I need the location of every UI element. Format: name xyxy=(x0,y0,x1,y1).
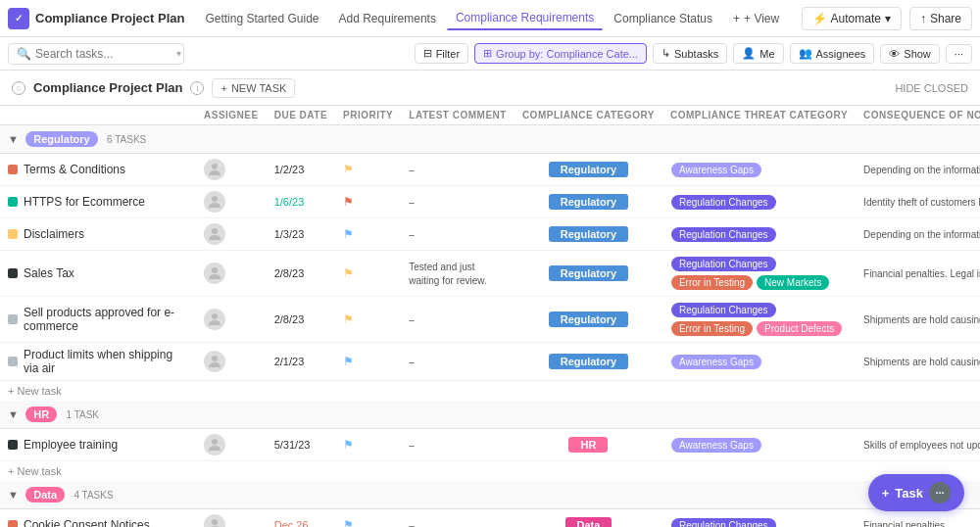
task-due-date[interactable]: 1/2/23 xyxy=(274,164,305,175)
col-header-assignee[interactable]: ASSIGNEE xyxy=(196,106,267,125)
task-status-dot[interactable] xyxy=(8,229,18,239)
assignee-avatar[interactable] xyxy=(204,159,225,180)
search-input[interactable] xyxy=(35,47,172,61)
task-priority-cell xyxy=(335,154,401,186)
task-status-dot[interactable] xyxy=(8,357,18,366)
task-name-text[interactable]: Terms & Conditions xyxy=(24,163,125,176)
col-header-comment[interactable]: LATEST COMMENT xyxy=(401,106,514,125)
table-row[interactable]: Terms & Conditions 1/2/23 – xyxy=(0,154,980,186)
group-chevron-icon[interactable]: ▼ xyxy=(8,408,19,420)
group-label: Group by: Compliance Cate... xyxy=(496,48,638,60)
task-name-text[interactable]: HTTPS for Ecommerce xyxy=(24,195,145,209)
task-duedate-cell: 2/1/23 xyxy=(267,343,335,381)
task-due-date[interactable]: 1/6/23 xyxy=(274,196,305,208)
col-header-compliance[interactable]: COMPLIANCE CATEGORY xyxy=(514,106,662,125)
svg-point-7 xyxy=(212,519,218,525)
table-row[interactable]: Sell products approved for e-commerce 2/… xyxy=(0,297,980,343)
col-header-priority[interactable]: PRIORITY xyxy=(335,106,401,125)
assignee-avatar[interactable] xyxy=(204,263,225,284)
add-view-btn[interactable]: + + View xyxy=(725,8,787,29)
assignee-avatar[interactable] xyxy=(204,514,225,527)
task-due-date[interactable]: 5/31/23 xyxy=(274,439,311,451)
task-name-text[interactable]: Cookie Consent Notices xyxy=(24,518,150,527)
task-name-text[interactable]: Sell products approved for e-commerce xyxy=(24,306,188,333)
priority-flag-yellow xyxy=(343,266,355,280)
project-help-icon[interactable]: i xyxy=(190,81,204,95)
add-task-row-hr[interactable]: + New task xyxy=(0,461,980,482)
me-button[interactable]: 👤 Me xyxy=(733,43,783,64)
more-options-button[interactable]: ··· xyxy=(946,44,972,64)
task-status-dot[interactable] xyxy=(8,197,18,207)
group-chevron-icon[interactable]: ▼ xyxy=(8,489,19,501)
nav-tab-compliance-requirements[interactable]: Compliance Requirements xyxy=(447,6,603,30)
assignees-button[interactable]: 👥 Assignees xyxy=(790,43,875,64)
search-box[interactable]: 🔍 ▾ xyxy=(8,43,184,65)
task-assignee-cell xyxy=(196,429,267,461)
table-row[interactable]: Cookie Consent Notices Dec 26 – xyxy=(0,509,980,528)
nav-tab-add-requirements[interactable]: Add Requirements xyxy=(330,7,445,30)
col-header-threat[interactable]: COMPLIANCE THREAT CATEGORY xyxy=(662,106,856,125)
task-due-date[interactable]: 1/3/23 xyxy=(274,228,305,240)
more-icon: ··· xyxy=(955,48,963,60)
assignee-avatar[interactable] xyxy=(204,351,225,372)
group-by-button[interactable]: ⊞ Group by: Compliance Cate... xyxy=(474,43,647,64)
table-row[interactable]: Employee training 5/31/23 – xyxy=(0,429,980,461)
project-bar: ○ Compliance Project Plan i + NEW TASK H… xyxy=(0,71,980,106)
task-name-text[interactable]: Product limits when shipping via air xyxy=(24,348,188,375)
group-chevron-icon[interactable]: ▼ xyxy=(8,133,19,145)
assignee-avatar[interactable] xyxy=(204,223,225,245)
add-task-row-regulatory[interactable]: + New task xyxy=(0,381,980,402)
automate-button[interactable]: ⚡ Automate ▾ xyxy=(802,7,902,30)
task-due-date[interactable]: 2/1/23 xyxy=(274,356,305,367)
group-badge: Regulatory xyxy=(25,131,97,147)
table-row[interactable]: Disclaimers 1/3/23 – Re xyxy=(0,218,980,251)
subtasks-button[interactable]: ↳ Subtasks xyxy=(653,43,727,64)
task-due-date[interactable]: 2/8/23 xyxy=(274,313,305,325)
filter-button[interactable]: ⊟ Filter xyxy=(415,43,468,64)
search-chevron: ▾ xyxy=(176,48,181,59)
priority-flag-blue xyxy=(343,355,355,368)
assignee-avatar[interactable] xyxy=(204,434,225,455)
task-due-date[interactable]: 2/8/23 xyxy=(274,267,305,279)
assignee-avatar[interactable] xyxy=(204,191,225,213)
project-info-icon[interactable]: ○ xyxy=(12,81,25,95)
task-name-text[interactable]: Employee training xyxy=(24,438,118,452)
me-label: Me xyxy=(760,48,774,60)
assignee-avatar[interactable] xyxy=(204,309,225,330)
task-comment-cell: – xyxy=(401,218,514,251)
group-header-hr: ▼ HR 1 TASK xyxy=(0,401,980,429)
add-task-cell[interactable]: + New task xyxy=(0,461,980,482)
task-status-dot[interactable] xyxy=(8,165,18,174)
new-task-plus: + xyxy=(220,82,226,94)
task-due-date[interactable]: Dec 26 xyxy=(274,519,309,527)
share-icon: ↑ xyxy=(920,12,926,25)
nav-tab-getting-started[interactable]: Getting Started Guide xyxy=(196,7,327,30)
task-name-text[interactable]: Disclaimers xyxy=(24,227,84,241)
table-row[interactable]: HTTPS for Ecommerce 1/6/23 – xyxy=(0,186,980,218)
svg-point-3 xyxy=(212,267,218,273)
task-duedate-cell: 1/3/23 xyxy=(267,218,335,251)
show-button[interactable]: 👁 Show xyxy=(880,44,940,64)
task-threat-cell: Awareness Gaps xyxy=(662,154,856,186)
add-task-cell[interactable]: + New task xyxy=(0,381,980,402)
col-header-duedate[interactable]: DUE DATE xyxy=(267,106,335,125)
task-compliance-cell: HR xyxy=(514,429,662,461)
task-status-dot[interactable] xyxy=(8,440,18,450)
table-row[interactable]: Sales Tax 2/8/23 Tested and just waiting… xyxy=(0,251,980,297)
task-compliance-cell: Regulatory xyxy=(514,251,662,297)
nav-tab-compliance-status[interactable]: Compliance Status xyxy=(605,7,721,30)
task-status-dot[interactable] xyxy=(8,314,18,324)
table-row[interactable]: Product limits when shipping via air 2/1… xyxy=(0,343,980,381)
task-name-text[interactable]: Sales Tax xyxy=(24,266,74,280)
new-task-button[interactable]: + NEW TASK xyxy=(212,78,295,98)
fab-task-button[interactable]: + Task ··· xyxy=(868,474,964,511)
task-status-dot[interactable] xyxy=(8,520,18,527)
col-header-consequence[interactable]: CONSEQUENCE OF NON-COMPLIANCE xyxy=(856,106,980,125)
fab-more-button[interactable]: ··· xyxy=(929,482,951,503)
task-consequence-cell: Skills of employees not updated, stuck o… xyxy=(856,429,980,461)
hide-closed-button[interactable]: HIDE CLOSED xyxy=(895,82,968,94)
filter-icon: ⊟ xyxy=(423,47,432,60)
task-status-dot[interactable] xyxy=(8,268,18,278)
share-button[interactable]: ↑ Share xyxy=(909,7,972,30)
task-comment-text: – xyxy=(409,440,415,451)
